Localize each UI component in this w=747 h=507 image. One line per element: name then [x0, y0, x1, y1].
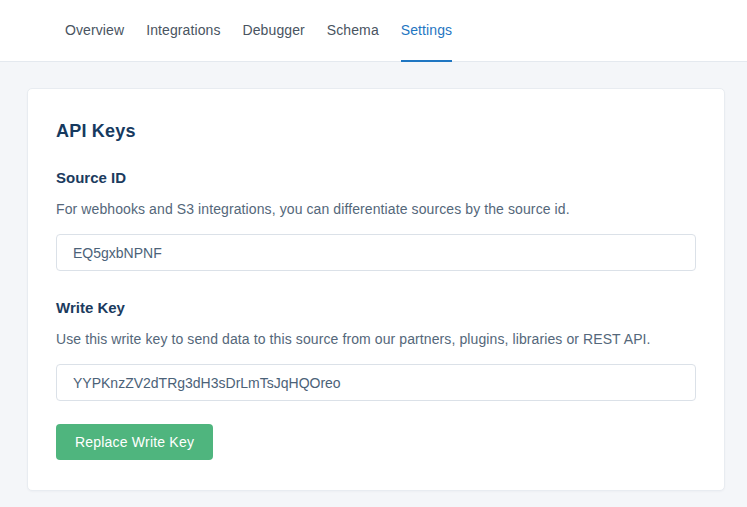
tab-debugger[interactable]: Debugger [243, 0, 305, 62]
source-id-input[interactable] [56, 234, 696, 271]
write-key-description: Use this write key to send data to this … [56, 331, 696, 347]
source-id-label: Source ID [56, 169, 696, 186]
tab-settings[interactable]: Settings [401, 0, 452, 62]
tab-bar: Overview Integrations Debugger Schema Se… [0, 0, 747, 62]
source-id-section: Source ID For webhooks and S3 integratio… [56, 169, 696, 271]
tab-overview[interactable]: Overview [65, 0, 124, 62]
replace-write-key-button[interactable]: Replace Write Key [56, 424, 213, 460]
api-keys-card: API Keys Source ID For webhooks and S3 i… [27, 88, 725, 491]
write-key-label: Write Key [56, 299, 696, 316]
card-title: API Keys [56, 121, 696, 142]
write-key-input[interactable] [56, 364, 696, 401]
write-key-section: Write Key Use this write key to send dat… [56, 299, 696, 401]
source-id-description: For webhooks and S3 integrations, you ca… [56, 201, 696, 217]
tab-schema[interactable]: Schema [327, 0, 379, 62]
tab-integrations[interactable]: Integrations [146, 0, 220, 62]
